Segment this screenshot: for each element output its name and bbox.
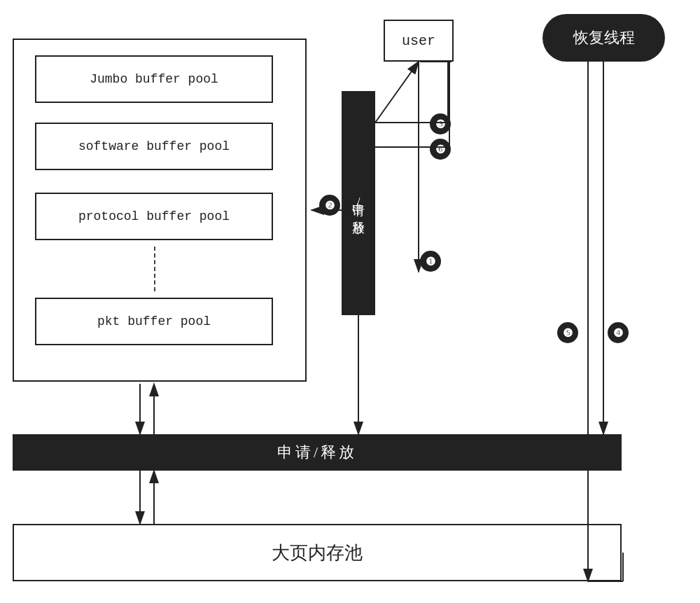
protocol-buffer-pool-label: protocol buffer pool <box>78 209 230 223</box>
memory-pool-box: 大页内存池 <box>13 524 622 581</box>
memory-pool-label: 大页内存池 <box>272 541 363 565</box>
horizontal-bar-label: 申请/释放 <box>277 442 357 463</box>
jumbo-buffer-pool-box: Jumbo buffer pool <box>35 55 273 103</box>
horizontal-申请释放-bar: 申请/释放 <box>13 434 622 471</box>
pkt-buffer-pool-label: pkt buffer pool <box>97 314 211 328</box>
step-6-circle: ❻ <box>430 139 451 160</box>
step-2-circle: ❷ <box>319 195 340 216</box>
dashed-connector <box>154 247 155 291</box>
vertical-bar-label: 申请/释放 <box>350 193 367 214</box>
buffer-pool-group: Jumbo buffer pool software buffer pool p… <box>13 39 307 382</box>
step-4-circle: ❹ <box>608 322 629 343</box>
software-buffer-pool-box: software buffer pool <box>35 123 273 170</box>
recovery-thread-pill: 恢复线程 <box>542 14 665 62</box>
user-box: user <box>384 20 454 62</box>
step-5-circle: ❺ <box>557 322 578 343</box>
pkt-buffer-pool-box: pkt buffer pool <box>35 298 273 345</box>
diagram: Jumbo buffer pool software buffer pool p… <box>0 0 700 603</box>
jumbo-buffer-pool-label: Jumbo buffer pool <box>90 72 218 86</box>
protocol-buffer-pool-box: protocol buffer pool <box>35 193 273 240</box>
software-buffer-pool-label: software buffer pool <box>78 139 230 153</box>
step-3-circle: ❸ <box>430 113 451 134</box>
arrow-vbar-to-user <box>375 62 419 123</box>
step-1-circle: ❶ <box>420 251 441 272</box>
recovery-thread-label: 恢复线程 <box>573 27 635 48</box>
vertical-申请释放-bar: 申请/释放 <box>342 91 375 315</box>
user-label: user <box>402 33 435 49</box>
